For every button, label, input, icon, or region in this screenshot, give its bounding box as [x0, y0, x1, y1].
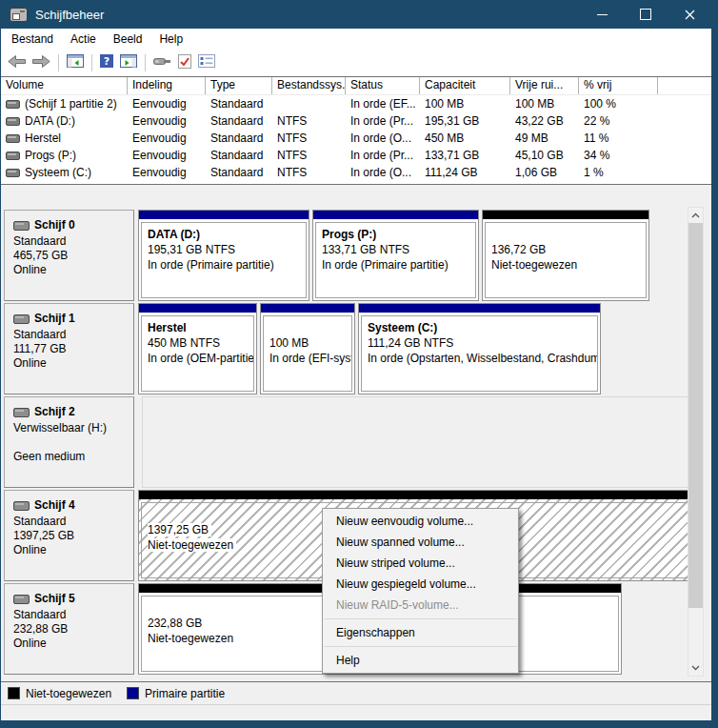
column-header-1[interactable]: Indeling [128, 77, 206, 94]
column-header-3[interactable]: Bestandssys... [272, 77, 346, 94]
disk-card[interactable]: Schijf 2Verwisselbaar (H:) Geen medium [4, 396, 134, 488]
column-header-6[interactable]: Vrije rui... [510, 77, 579, 94]
legend-item: Primaire partitie [127, 687, 225, 700]
disk-card[interactable]: Schijf 1Standaard111,77 GBOnline [4, 303, 134, 394]
details-button[interactable] [198, 54, 215, 71]
cell-text: 100 % [584, 97, 616, 111]
menu-item-help[interactable]: Help [150, 29, 191, 50]
table-row[interactable]: (Schijf 1 partitie 2)EenvoudigStandaardI… [1, 95, 711, 112]
cell-0-6: 100 MB [510, 97, 579, 111]
disk-info-line: Online [13, 637, 133, 651]
column-header-5[interactable]: Capaciteit [420, 77, 510, 94]
disk-card[interactable]: Schijf 0Standaard465,75 GBOnline [4, 210, 134, 301]
disk-icon [13, 595, 30, 604]
back-button[interactable] [8, 54, 26, 71]
partition-title: DATA (D:) [148, 227, 306, 242]
menu-item-beeld[interactable]: Beeld [105, 29, 151, 50]
table-row[interactable]: DATA (D:)EenvoudigStandaardNTFSIn orde (… [1, 112, 711, 130]
cell-2-4: In orde (O... [346, 131, 420, 145]
column-header-2[interactable]: Type [206, 77, 272, 94]
close-button[interactable] [668, 0, 711, 29]
menu-item-actie[interactable]: Actie [62, 29, 105, 50]
menu-separator [324, 646, 517, 647]
cell-text: DATA (D:) [25, 114, 75, 128]
cell-text: Eenvoudig [132, 166, 187, 179]
cell-0-2: Standaard [206, 97, 272, 111]
context-menu-item-nieuw-gespiegeld-volume[interactable]: Nieuw gespiegeld volume... [323, 574, 518, 595]
cell-4-6: 1,06 GB [510, 166, 579, 179]
console-tree-button[interactable] [67, 54, 84, 71]
cell-text: Standaard [210, 149, 263, 162]
volume-table-header: VolumeIndelingTypeBestandssys...StatusCa… [1, 77, 711, 95]
table-row[interactable]: Systeem (C:)EenvoudigStandaardNTFSIn ord… [1, 164, 711, 181]
help-button[interactable]: ? [100, 54, 113, 71]
unallocated-space[interactable]: 136,72 GBNiet-toegewezen [482, 210, 649, 301]
cell-3-4: In orde (Pr... [346, 149, 420, 162]
column-header-4[interactable]: Status [346, 77, 420, 94]
disk-card[interactable]: Schijf 4Standaard1397,25 GBOnline [4, 490, 134, 581]
partition-color-strip [139, 211, 309, 219]
scroll-up-button[interactable] [688, 208, 703, 223]
partition[interactable]: 100 MBIn orde (EFI-syst [260, 303, 355, 394]
cell-4-7: 1 % [579, 166, 658, 179]
disk-card-header: Schijf 2 [13, 405, 133, 419]
partition[interactable]: Herstel450 MB NTFSIn orde (OEM-partitie) [138, 303, 257, 394]
action-pane-button[interactable] [120, 54, 137, 71]
device-button[interactable] [153, 54, 171, 71]
context-menu-item-nieuw-eenvoudig-volume[interactable]: Nieuw eenvoudig volume... [323, 511, 518, 532]
cell-text: (Schijf 1 partitie 2) [25, 97, 117, 111]
disk-card-header: Schijf 1 [13, 312, 133, 326]
table-row[interactable]: Progs (P:)EenvoudigStandaardNTFSIn orde … [1, 147, 711, 164]
partition-size-text: 133,71 GB NTFS [322, 243, 409, 256]
disk-card-header: Schijf 0 [13, 218, 133, 233]
disk-row-schijf-0: Schijf 0Standaard465,75 GBOnlineDATA (D:… [4, 210, 711, 301]
partition-status-text: Niet-toegewezen [148, 538, 236, 552]
volume-icon [6, 169, 20, 177]
partition-title: Herstel [148, 320, 253, 335]
maximize-button[interactable] [624, 0, 668, 29]
cell-text: Standaard [210, 166, 263, 179]
partition-size: 100 MB [269, 335, 351, 351]
vertical-scrollbar[interactable] [688, 207, 704, 677]
cell-3-0: Progs (P:) [1, 149, 128, 162]
disk-info-line: Standaard [13, 515, 133, 529]
partition-status: In orde (Opstarten, Wisselbestand, Crash… [368, 351, 597, 366]
context-menu-item-nieuw-spanned-volume[interactable]: Nieuw spanned volume... [323, 532, 518, 553]
minimize-button[interactable] [580, 0, 624, 29]
partition[interactable]: DATA (D:)195,31 GB NTFSIn orde (Primaire… [138, 210, 309, 301]
context-menu-item-nieuw-raid-5-volume: Nieuw RAID-5-volume... [323, 595, 518, 616]
disk-info-line [13, 435, 133, 450]
partition-size: 195,31 GB NTFS [148, 242, 306, 257]
check-disk-button[interactable] [178, 54, 191, 72]
partition-size-text: 195,31 GB NTFS [148, 243, 235, 256]
column-header-0[interactable]: Volume [1, 77, 128, 94]
disk-info-line: Online [13, 543, 133, 557]
title-bar[interactable]: Schijfbeheer [1, 0, 711, 29]
table-row[interactable]: HerstelEenvoudigStandaardNTFSIn orde (O.… [1, 130, 711, 147]
cell-text: 34 % [584, 149, 609, 162]
cell-text: 1,06 GB [515, 166, 557, 179]
disk-card[interactable]: Schijf 5Standaard232,88 GBOnline [4, 583, 134, 675]
cell-1-3: NTFS [272, 114, 346, 128]
column-header-7[interactable]: % vrij [579, 77, 658, 94]
cell-text: NTFS [277, 166, 307, 179]
context-menu-item-eigenschappen[interactable]: Eigenschappen [323, 622, 518, 643]
cell-text: NTFS [277, 114, 307, 128]
cell-2-1: Eenvoudig [128, 131, 206, 145]
disk-info-line: Standaard [13, 234, 133, 249]
context-menu-item-nieuw-striped-volume[interactable]: Nieuw striped volume... [323, 553, 518, 574]
partition[interactable]: Systeem (C:)111,24 GB NTFSIn orde (Opsta… [358, 303, 601, 394]
partition-status: In orde (Primaire partitie) [322, 257, 475, 273]
partition-size: 111,24 GB NTFS [368, 335, 597, 351]
maximize-icon [640, 9, 651, 20]
partition[interactable]: Progs (P:)133,71 GB NTFSIn orde (Primair… [312, 210, 479, 301]
context-menu-item-help[interactable]: Help [323, 650, 518, 671]
cell-0-1: Eenvoudig [128, 97, 206, 111]
scrollbar-thumb[interactable] [688, 223, 703, 608]
partition-color-strip [139, 491, 694, 499]
scroll-down-button[interactable] [688, 660, 703, 676]
cell-text: 45,10 GB [515, 149, 564, 162]
menu-item-bestand[interactable]: Bestand [3, 29, 62, 50]
forward-button[interactable] [32, 54, 50, 71]
cell-3-5: 133,71 GB [420, 149, 510, 162]
